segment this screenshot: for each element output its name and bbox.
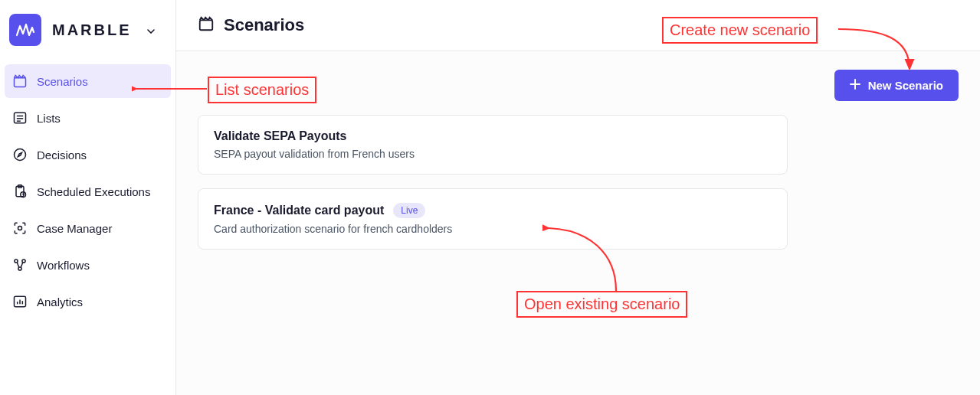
plus-icon <box>850 79 860 92</box>
scenario-card[interactable]: Validate SEPA Payouts SEPA payout valida… <box>198 115 788 175</box>
chart-icon <box>12 294 28 309</box>
sidebar-item-label: Scheduled Executions <box>37 185 150 198</box>
scenario-title: France - Validate card payout <box>214 204 384 217</box>
workflow-icon <box>12 257 28 273</box>
app-logo <box>9 14 41 46</box>
scenario-card[interactable]: France - Validate card payout Live Card … <box>198 188 788 250</box>
svg-point-12 <box>22 260 25 263</box>
sidebar-item-label: Lists <box>37 112 61 125</box>
list-icon <box>12 110 28 126</box>
new-scenario-button[interactable]: New Scenario <box>834 70 959 101</box>
page-header: Scenarios <box>176 0 980 51</box>
sidebar-item-label: Workflows <box>37 259 90 272</box>
button-label: New Scenario <box>868 79 943 92</box>
sidebar-item-decisions[interactable]: Decisions <box>5 138 171 171</box>
sidebar-item-label: Decisions <box>37 149 87 162</box>
svg-point-11 <box>15 260 18 263</box>
svg-marker-6 <box>18 153 22 157</box>
svg-rect-18 <box>200 20 213 30</box>
scenario-description: Card authorization scenario for french c… <box>214 223 772 235</box>
page-title: Scenarios <box>224 15 304 35</box>
svg-point-13 <box>18 267 21 270</box>
content: New Scenario Validate SEPA Payouts SEPA … <box>176 51 980 395</box>
sidebar-item-analytics[interactable]: Analytics <box>5 285 171 318</box>
sidebar-item-label: Scenarios <box>37 75 88 88</box>
svg-point-5 <box>15 149 26 161</box>
clapperboard-icon <box>12 73 28 89</box>
status-badge: Live <box>393 203 425 218</box>
clapperboard-icon <box>198 15 215 35</box>
scenario-title: Validate SEPA Payouts <box>214 129 346 143</box>
svg-point-10 <box>18 227 22 230</box>
main: Scenarios New Scenario Validate SEPA Pay… <box>176 0 980 395</box>
app-name: MARBLE <box>52 21 132 39</box>
app-switcher[interactable]: MARBLE <box>5 11 171 64</box>
sidebar-item-case-manager[interactable]: Case Manager <box>5 211 171 245</box>
chevron-down-icon <box>147 23 155 37</box>
sidebar: MARBLE Scenarios Lists Decisions <box>0 0 176 395</box>
scan-icon <box>12 220 28 236</box>
sidebar-item-scheduled-executions[interactable]: Scheduled Executions <box>5 175 171 208</box>
sidebar-item-label: Analytics <box>37 295 83 308</box>
clipboard-icon <box>12 184 28 199</box>
sidebar-item-label: Case Manager <box>37 222 112 235</box>
toolbar: New Scenario <box>198 70 959 101</box>
sidebar-item-scenarios[interactable]: Scenarios <box>5 64 171 98</box>
scenario-description: SEPA payout validation from French users <box>214 148 772 160</box>
svg-rect-0 <box>15 78 26 87</box>
sidebar-item-workflows[interactable]: Workflows <box>5 248 171 282</box>
compass-icon <box>12 147 28 162</box>
sidebar-item-lists[interactable]: Lists <box>5 101 171 135</box>
